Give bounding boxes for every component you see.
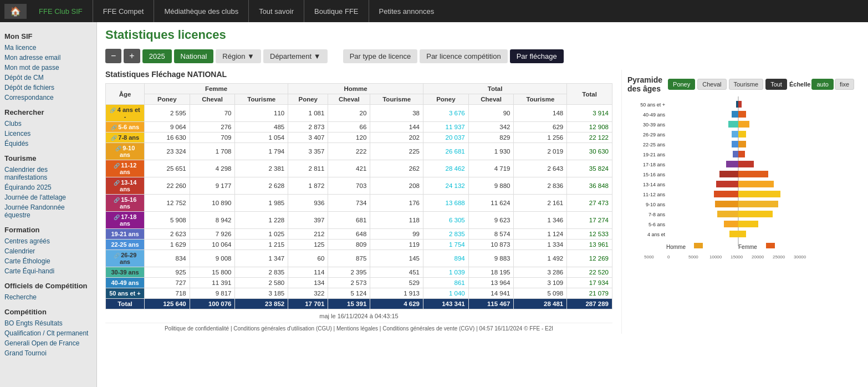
svg-rect-44 (694, 243, 703, 248)
sidebar-item-calendrier[interactable]: Calendrier (4, 246, 92, 256)
year-minus-button[interactable]: − (105, 49, 121, 63)
nav-mediatheque[interactable]: Médiathèque des clubs (154, 0, 249, 22)
sidebar-item-centres-agrees[interactable]: Centres agréés (4, 236, 92, 246)
age-label: 13-14 ans (120, 179, 136, 192)
data-cell: 2 595 (145, 105, 190, 122)
data-cell: 1 334 (514, 240, 567, 250)
svg-text:20000: 20000 (752, 254, 764, 259)
scale-fixe-button[interactable]: fixe (835, 79, 854, 90)
data-cell: 17 274 (567, 212, 612, 229)
age-cell: 19-21 ans (106, 229, 145, 240)
svg-rect-8 (728, 121, 738, 128)
sidebar-item-depot-fichiers[interactable]: Dépôt de fichiers (4, 83, 92, 93)
data-cell: 225 (370, 143, 423, 160)
age-label: 7-8 ans (118, 134, 139, 141)
par-flechage-button[interactable]: Par fléchage (510, 49, 564, 63)
link-icon[interactable]: 🔗 (114, 180, 121, 186)
link-icon[interactable]: 🔗 (114, 163, 121, 169)
sidebar-item-equides[interactable]: Équidés (4, 139, 92, 149)
scale-label: Échelle (789, 81, 811, 88)
sidebar-item-recherche-officiels[interactable]: Recherche (4, 292, 92, 302)
data-cell: 90 (468, 105, 514, 122)
nav-petites-annonces[interactable]: Petites annonces (369, 0, 445, 22)
data-cell: 4 719 (468, 160, 514, 177)
pyramid-tab-poney[interactable]: Poney (668, 79, 695, 90)
data-cell: 2 623 (145, 229, 190, 240)
svg-rect-39 (738, 221, 758, 227)
col-header-total: Total (567, 84, 612, 105)
year-plus-button[interactable]: + (124, 49, 140, 63)
data-cell: 1 708 (190, 143, 235, 160)
sidebar-item-calendrier-manifestations[interactable]: Calendrier des manifestations (4, 165, 92, 182)
link-icon[interactable]: 🔗 (115, 146, 123, 151)
sidebar-section-formation: Formation (4, 226, 92, 234)
data-cell: 13 688 (423, 195, 469, 212)
sidebar-item-equirando[interactable]: Équirando 2025 (4, 182, 92, 192)
age-cell: 🔗 7-8 ans (106, 133, 145, 143)
pyramid-tab-cheval[interactable]: Cheval (697, 79, 726, 90)
link-icon[interactable]: 🔗 (111, 135, 119, 141)
link-icon[interactable]: 🔗 (114, 197, 121, 203)
par-type-button[interactable]: Par type de licence (343, 49, 418, 63)
sidebar-item-depot-cm[interactable]: Dépôt de CM (4, 73, 92, 83)
sidebar-item-carte-ethologie[interactable]: Carte Éthologie (4, 256, 92, 266)
departement-button[interactable]: Département ▼ (263, 49, 328, 63)
nav-boutique[interactable]: Boutique FFE (304, 0, 369, 22)
link-icon[interactable]: 🔗 (114, 253, 121, 258)
total-row: Total125 640100 07623 85217 70115 3914 6… (106, 299, 612, 309)
sidebar-item-licences[interactable]: Licences (4, 129, 92, 139)
nav-tout-savoir[interactable]: Tout savoir (249, 0, 304, 22)
link-icon[interactable]: 🔗 (114, 215, 121, 220)
sidebar-item-carte-equi-handi[interactable]: Carte Équi-handi (4, 266, 92, 276)
total-label: Total (106, 299, 145, 309)
data-cell: 1 025 (235, 229, 288, 240)
data-cell: 222 (328, 143, 370, 160)
sidebar-item-ma-licence[interactable]: Ma licence (4, 43, 92, 53)
nav-ffe-club-sif[interactable]: FFE Club SIF (29, 0, 93, 22)
sidebar-item-grand-tournoi[interactable]: Grand Tournoi (4, 348, 92, 358)
data-cell: 2 161 (514, 195, 567, 212)
data-cell: 11 391 (190, 278, 235, 288)
data-cell: 1 492 (514, 250, 567, 267)
sidebar-item-attelage[interactable]: Journée de l'attelage (4, 192, 92, 202)
data-cell: 9 880 (468, 177, 514, 195)
data-cell: 2 573 (328, 278, 370, 288)
pyramid-tab-tout[interactable]: Tout (765, 79, 787, 90)
scale-auto-button[interactable]: auto (811, 79, 833, 90)
year-selector[interactable]: 2025 (142, 49, 172, 63)
sidebar-item-mdp[interactable]: Mon mot de passe (4, 63, 92, 73)
link-icon[interactable]: 🔗 (110, 108, 118, 113)
sidebar-item-correspondance[interactable]: Correspondance (4, 93, 92, 103)
sidebar-item-bo-engts[interactable]: BO Engts Résultats (4, 318, 92, 328)
data-cell: 11 937 (423, 122, 469, 133)
data-cell: 809 (328, 240, 370, 250)
sidebar-item-email[interactable]: Mon adresse email (4, 53, 92, 63)
age-label: 5-6 ans (118, 124, 139, 130)
data-cell: 1 913 (370, 288, 423, 299)
nav-ffe-compet[interactable]: FFE Compet (93, 0, 155, 22)
national-button[interactable]: National (174, 49, 214, 63)
par-licence-competition-button[interactable]: Par licence compétition (420, 49, 507, 63)
sidebar-item-clubs[interactable]: Clubs (4, 119, 92, 129)
svg-text:50 ans et +: 50 ans et + (640, 102, 665, 108)
age-label: 17-18 ans (120, 213, 136, 227)
age-label: 50 ans et + (109, 290, 141, 297)
pyramid-tab-tourisme[interactable]: Tourisme (729, 79, 764, 90)
svg-rect-32 (715, 201, 738, 207)
sidebar-item-generali[interactable]: Generali Open de France (4, 338, 92, 348)
data-cell: 38 (370, 105, 423, 122)
table-row: 50 ans et +7189 8173 1853225 1241 9131 0… (106, 288, 612, 299)
data-cell: 451 (370, 267, 423, 278)
data-cell: 2 643 (514, 160, 567, 177)
sidebar-item-qualification[interactable]: Qualification / Clt permanent (4, 328, 92, 338)
sidebar-item-randonnee[interactable]: Journée Randonnée équestre (4, 202, 92, 220)
home-button[interactable]: 🏠 (4, 4, 27, 19)
link-icon[interactable]: 🔗 (111, 125, 119, 130)
total-cell: 23 852 (235, 299, 288, 309)
data-cell: 834 (145, 250, 190, 267)
age-cell: 22-25 ans (106, 240, 145, 250)
region-button[interactable]: Région ▼ (216, 49, 261, 63)
svg-text:0: 0 (667, 254, 670, 259)
svg-rect-36 (738, 211, 773, 217)
col-f-poney: Poney (145, 94, 190, 105)
